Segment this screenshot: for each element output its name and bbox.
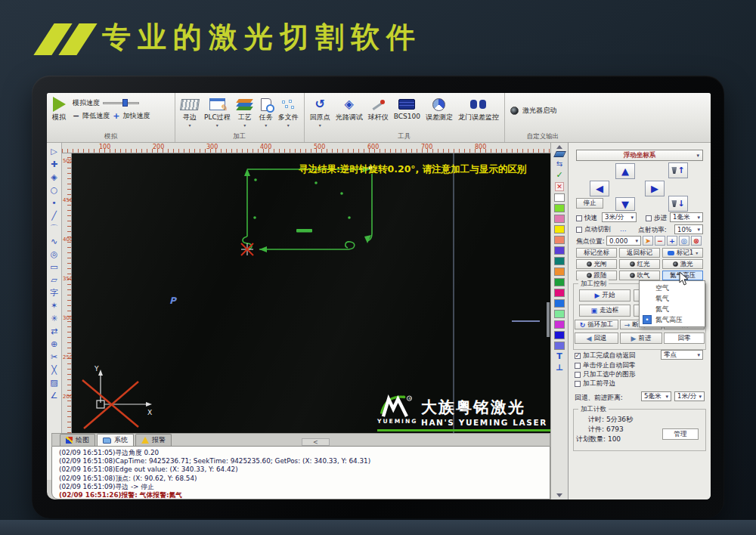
color-swatch[interactable]	[554, 236, 565, 244]
mark-coord-button[interactable]: 标记坐标	[576, 248, 617, 258]
craft-button[interactable]: 工艺▾	[236, 95, 254, 127]
color-swatch[interactable]	[554, 331, 565, 339]
simulate-button[interactable]: 模拟	[52, 95, 66, 122]
frame-walk-button[interactable]: ▣走边框	[579, 305, 631, 317]
shutter-button[interactable]: 光闸	[576, 259, 617, 269]
focus-stop-button[interactable]: ⊗	[691, 236, 702, 246]
rect-tool-icon[interactable]: ▭	[50, 261, 57, 273]
fast-checkbox[interactable]: 快速	[576, 214, 597, 223]
eraser-icon[interactable]	[553, 151, 566, 157]
focus-calibrate-button[interactable]: ◎	[679, 236, 689, 246]
start-button[interactable]: ▶开始	[579, 289, 631, 302]
color-swatch[interactable]	[554, 204, 565, 212]
delete-layer-icon[interactable]: ✕	[555, 182, 564, 191]
color-swatch[interactable]	[554, 278, 565, 286]
color-swatch[interactable]	[554, 215, 565, 223]
ballbar-button[interactable]: 球杆仪	[368, 95, 389, 122]
color-swatch[interactable]	[554, 257, 565, 265]
color-swatch[interactable]	[554, 225, 565, 233]
gas-option-nitrogen-hp[interactable]: •氮气高压	[640, 314, 705, 325]
slow-down-button[interactable]: −降低速度	[73, 111, 110, 121]
pan-tool-icon[interactable]: ◈	[51, 172, 57, 183]
trim-tool-icon[interactable]: ✂	[51, 351, 57, 363]
tool-t-icon[interactable]: T	[556, 352, 562, 361]
step-back-button[interactable]: ◀回退	[575, 332, 618, 344]
jog-cut-checkbox[interactable]: 点动切割	[576, 225, 611, 234]
drawing-canvas[interactable]: Y X 寻边结果:逆时针旋转0.20°, 请注意加工与显示的区别 P	[72, 153, 550, 433]
step-size-dropdown[interactable]: 1毫米	[670, 212, 703, 222]
fast-speed-dropdown[interactable]: 3米/分	[602, 212, 637, 222]
stop-button[interactable]: 停止	[576, 198, 603, 209]
tab-alarm[interactable]: 报警	[135, 434, 172, 446]
select-tool-icon[interactable]: ▷	[51, 146, 57, 157]
auto-return-checkbox[interactable]: ✓加工完成自动返回	[575, 351, 636, 360]
jog-up-button[interactable]: ▲	[615, 163, 635, 179]
edge-find-button[interactable]: 寻边▾	[181, 95, 199, 127]
speed-up-button[interactable]: +加快速度	[113, 111, 150, 121]
laser-button[interactable]: 激光	[662, 259, 703, 269]
error-measure-button[interactable]: 误差测定	[426, 95, 453, 122]
mark-return-button[interactable]: 返回标记	[619, 248, 660, 258]
gas-option-nitrogen[interactable]: 氮气	[640, 304, 705, 314]
return-origin-button[interactable]: ↺ 回原点▾	[310, 95, 330, 127]
mark1-dropdown-button[interactable]: 标记1▾	[662, 248, 703, 258]
jog-right-button[interactable]: ▶	[645, 181, 665, 196]
color-swatch[interactable]	[554, 310, 565, 318]
text-tool-icon[interactable]: 字	[50, 287, 58, 298]
coord-system-dropdown[interactable]: 浮动坐标系	[576, 150, 703, 161]
stop-return-zero-checkbox[interactable]: 单击停止自动回零	[575, 361, 636, 370]
color-swatch[interactable]	[554, 320, 565, 329]
burst-power-dropdown[interactable]: 10%	[674, 224, 703, 234]
focus-minus-button[interactable]: −	[655, 236, 665, 246]
offset-tool-icon[interactable]: ⊕	[51, 339, 57, 350]
laser-start-button[interactable]: 激光器启动	[522, 106, 556, 116]
z-up-button[interactable]: ↑	[668, 162, 688, 178]
beam-debug-button[interactable]: ◈ 光路调试	[336, 95, 363, 122]
mirror-tool-icon[interactable]: ⇄	[51, 326, 57, 337]
canvas-scroll-handle[interactable]	[547, 302, 550, 337]
system-log[interactable]: (02/09 16:51:05)寻边角度 0.20 (02/09 16:51:0…	[51, 446, 550, 499]
circle-tool-icon[interactable]: ◎	[51, 249, 58, 260]
focus-run-button[interactable]: ➤	[643, 236, 653, 246]
gantry-monitor-button[interactable]: 龙门误差监控	[458, 95, 499, 122]
measure-tool-icon[interactable]: ∠	[51, 390, 58, 401]
gas-option-oxygen[interactable]: 氧气	[640, 293, 705, 304]
color-swatch-blank[interactable]	[554, 193, 565, 202]
sim-speed-slider[interactable]	[103, 99, 139, 107]
zoom-tool-icon[interactable]: ○	[51, 184, 58, 196]
plc-process-button[interactable]: PLC过程▾	[204, 95, 231, 127]
tab-system[interactable]: 系统	[97, 434, 134, 446]
color-swatch[interactable]	[554, 246, 565, 255]
jog-cut-more-button[interactable]: …	[620, 225, 627, 233]
step-checkbox[interactable]: 步进	[646, 214, 667, 223]
fill-tool-icon[interactable]: ▨	[50, 377, 57, 388]
step-forward-button[interactable]: ▶前进	[620, 332, 662, 344]
line-tool-icon[interactable]: ╱	[51, 210, 57, 221]
check-icon[interactable]: ✓	[556, 171, 562, 180]
scroll-down-icon[interactable]	[556, 493, 562, 497]
blow-air-button[interactable]: 吹气	[619, 271, 660, 280]
loop-process-button[interactable]: ↻循环加工	[575, 320, 618, 329]
distance-step-dropdown[interactable]: 5毫米	[641, 391, 671, 401]
jog-left-button[interactable]: ◀	[590, 181, 609, 196]
return-point-dropdown[interactable]: 零点	[661, 350, 703, 360]
multi-file-button[interactable]: 多文件▾	[278, 95, 299, 127]
curve-tool-icon[interactable]: ∿	[51, 236, 57, 247]
gas-option-air[interactable]: 空气	[640, 283, 705, 293]
tool-perpendicular-icon[interactable]: ⊥	[556, 363, 563, 373]
polygon-tool-icon[interactable]: ▱	[51, 274, 57, 286]
z-down-button[interactable]: ↓	[668, 196, 688, 212]
red-light-button[interactable]: 红光	[619, 259, 660, 269]
manage-button[interactable]: 管理	[662, 428, 699, 440]
color-swatch[interactable]	[554, 289, 565, 297]
distance-speed-dropdown[interactable]: 1米/分	[674, 391, 705, 401]
color-swatch[interactable]	[554, 268, 565, 276]
dimension-icon[interactable]: ⇆	[556, 159, 562, 169]
only-selected-checkbox[interactable]: 只加工选中的图形	[575, 370, 636, 379]
tab-draw[interactable]: 绘图	[60, 434, 95, 446]
scroll-up-icon[interactable]	[556, 145, 562, 149]
focus-plus-button[interactable]: +	[667, 236, 677, 246]
return-zero-button[interactable]: 回零	[664, 332, 705, 344]
bcs100-button[interactable]: BCS100	[394, 95, 420, 120]
task-button[interactable]: 任务▾	[259, 95, 273, 127]
